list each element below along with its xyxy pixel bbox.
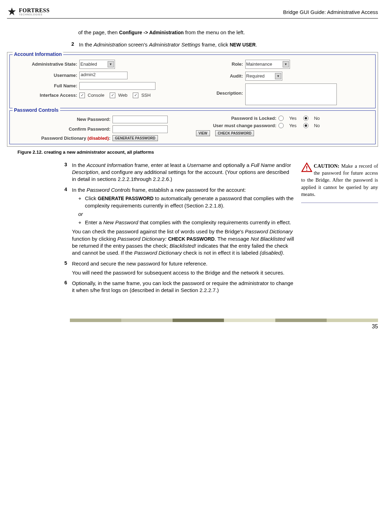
audit-label: Audit: xyxy=(201,73,243,79)
step-2: 2 In the Administration screen's Adminis… xyxy=(70,41,273,49)
view-button[interactable]: VIEW xyxy=(196,130,210,136)
password-controls-title: Password Controls xyxy=(13,107,60,113)
intro-paragraph: of the page, then Configure -> Administr… xyxy=(78,29,273,36)
fullname-input[interactable] xyxy=(79,82,155,90)
chevron-down-icon: ▼ xyxy=(108,61,114,67)
confirm-password-input[interactable] xyxy=(112,125,168,133)
logo-name: FORTRESS xyxy=(19,8,50,13)
step-6: 6 Optionally, in the same frame, you can… xyxy=(63,280,294,294)
description-label: Description: xyxy=(201,90,243,96)
step-5: 5 Record and secure the new password for… xyxy=(63,260,294,277)
username-label: Username: xyxy=(13,73,77,78)
figure-caption: Figure 2.12. creating a new administrato… xyxy=(17,150,378,155)
check-password-button[interactable]: CHECK PASSWORD xyxy=(215,130,254,136)
must-change-label: User must change password: xyxy=(196,123,276,128)
password-locked-label: Password is Locked: xyxy=(196,116,276,121)
new-password-label: New Password: xyxy=(13,117,110,122)
step-3: 3 In the Account Information frame, ente… xyxy=(63,162,294,183)
account-info-title: Account Information xyxy=(13,51,63,57)
logo-sub: TECHNOLOGIES xyxy=(19,13,50,16)
footer-bar xyxy=(70,319,378,322)
console-checkbox[interactable]: ✓ xyxy=(79,93,85,98)
must-change-no-radio[interactable] xyxy=(303,123,308,128)
admin-state-select[interactable]: Enabled▼ xyxy=(79,60,115,69)
admin-state-label: Administrative State: xyxy=(13,61,77,67)
generate-password-button[interactable]: GENERATE PASSWORD xyxy=(112,135,158,141)
chevron-down-icon: ▼ xyxy=(275,73,281,79)
interface-access-label: Interface Access: xyxy=(13,93,77,98)
page-number: 35 xyxy=(7,323,378,330)
fullname-label: Full Name: xyxy=(13,83,77,88)
header-title: Bridge GUI Guide: Administrative Access xyxy=(283,9,378,15)
must-change-yes-radio[interactable] xyxy=(278,123,284,128)
bullet-icon: ❖ xyxy=(78,196,81,209)
role-select[interactable]: Maintenance▼ xyxy=(245,60,290,69)
pw-locked-no-radio[interactable] xyxy=(303,116,308,121)
page-footer: 35 xyxy=(7,319,378,330)
password-controls-group: Password Controls New Password: Confirm … xyxy=(9,110,376,144)
ssh-checkbox[interactable]: ✓ xyxy=(133,93,138,98)
confirm-password-label: Confirm Password: xyxy=(13,126,110,132)
logo: FORTRESS TECHNOLOGIES xyxy=(7,7,50,17)
username-input[interactable]: admin2 xyxy=(79,72,128,79)
logo-icon xyxy=(7,7,17,17)
audit-select[interactable]: Required▼ xyxy=(245,72,283,81)
caution-note: CAUTION: Make a record of the password f… xyxy=(301,162,378,203)
pw-locked-yes-radio[interactable] xyxy=(278,116,284,121)
page-header: FORTRESS TECHNOLOGIES Bridge GUI Guide: … xyxy=(7,7,378,19)
bullet-icon: ❖ xyxy=(78,220,81,226)
screenshot-figure: Account Information Administrative State… xyxy=(7,52,378,147)
caution-icon xyxy=(301,162,312,172)
chevron-down-icon: ▼ xyxy=(283,61,289,67)
role-label: Role: xyxy=(201,61,243,67)
description-textarea[interactable] xyxy=(245,83,337,105)
new-password-input[interactable] xyxy=(112,116,168,123)
web-checkbox[interactable]: ✓ xyxy=(110,93,115,98)
step-4: 4 In the Password Controls frame, establ… xyxy=(63,187,294,257)
svg-marker-0 xyxy=(8,7,16,15)
password-dictionary-label: Password Dictionary (disabled): xyxy=(13,136,110,141)
account-information-group: Account Information Administrative State… xyxy=(9,54,376,108)
svg-point-3 xyxy=(306,169,307,170)
